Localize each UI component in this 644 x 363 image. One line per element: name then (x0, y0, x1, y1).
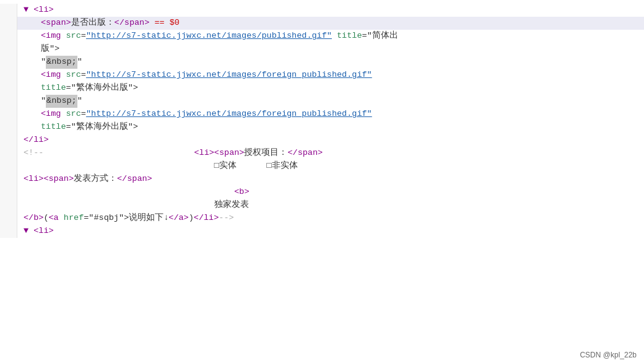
line-body: </li> (17, 134, 644, 147)
code-token: &nbsp; (46, 95, 77, 108)
line-body: "&nbsp;" (17, 56, 644, 69)
code-token: " (41, 95, 46, 108)
line-body: <li><span>发表方式：</span> (17, 173, 644, 186)
line-body: <b> (17, 186, 644, 199)
line-number (0, 82, 17, 95)
editor-container: ▼ <li><span>是否出版：</span> == $0<img src="… (0, 0, 644, 363)
code-token: <b> (234, 186, 249, 199)
code-token: "简体出 (367, 30, 398, 43)
code-token (61, 108, 66, 121)
code-line: ▼ <li> (0, 4, 644, 17)
code-line: ▼ <li> (0, 225, 644, 238)
code-token[interactable]: "http://s7-static.jjwxc.net/images/forei… (86, 108, 372, 121)
code-token: src (66, 69, 81, 82)
code-token: </span> (117, 173, 152, 186)
code-token (61, 69, 66, 82)
line-number (0, 95, 17, 108)
code-token (59, 212, 64, 225)
line-number (0, 43, 17, 56)
code-token: 授权项目： (244, 147, 287, 160)
code-token[interactable]: "http://s7-static.jjwxc.net/images/publi… (86, 30, 332, 43)
line-number (0, 212, 17, 225)
line-number (0, 4, 17, 17)
line-number (0, 160, 17, 173)
line-body: <img src="http://s7-static.jjwxc.net/ima… (17, 30, 644, 43)
code-token: ▼ <li> (24, 4, 54, 17)
code-line: <img src="http://s7-static.jjwxc.net/ima… (0, 108, 644, 121)
code-line: title="繁体海外出版"> (0, 82, 644, 95)
line-number (0, 225, 17, 238)
code-token: title (41, 121, 66, 134)
line-number (0, 134, 17, 147)
code-token: > (124, 212, 129, 225)
line-body: 独家发表 (17, 199, 644, 212)
code-line: "&nbsp;" (0, 56, 644, 69)
code-line: </li> (0, 134, 644, 147)
line-body: ▼ <li> (17, 4, 644, 17)
code-line: <b> (0, 186, 644, 199)
code-token: </span> (287, 147, 323, 160)
code-token[interactable]: "http://s7-static.jjwxc.net/images/forei… (86, 69, 372, 82)
code-token: &nbsp; (46, 56, 77, 69)
code-line: "&nbsp;" (0, 95, 644, 108)
line-body: <span>是否出版：</span> == $0 (17, 17, 644, 30)
line-number (0, 121, 17, 134)
code-token: = (84, 212, 89, 225)
line-number (0, 173, 17, 186)
code-line: 版"> (0, 43, 644, 56)
code-token: <li> (194, 147, 214, 160)
line-body: title="繁体海外出版"> (17, 121, 644, 134)
line-number (0, 30, 17, 43)
code-token: 说明如下↓ (129, 212, 168, 225)
code-line: <img src="http://s7-static.jjwxc.net/ima… (0, 30, 644, 43)
code-token: ▼ <li> (24, 225, 54, 238)
code-token: <li> (24, 173, 43, 186)
code-token: <a (49, 212, 59, 225)
code-token: □实体 □非实体 (24, 160, 298, 173)
code-token: <span> (43, 173, 74, 186)
code-token: ( (43, 212, 48, 225)
line-body: <!-- <li><span>授权项目：</span> (17, 147, 644, 160)
code-token: </b> (24, 212, 43, 225)
code-line: <span>是否出版：</span> == $0 (0, 17, 644, 30)
code-token: "#sqbj" (89, 212, 124, 225)
code-token: href (64, 212, 84, 225)
code-token: 是否出版： (71, 17, 115, 30)
code-token: = (66, 82, 71, 95)
line-body: "&nbsp;" (17, 95, 644, 108)
line-number (0, 199, 17, 212)
code-token: <!-- (24, 147, 194, 160)
code-line: 独家发表 (0, 199, 644, 212)
line-number (0, 69, 17, 82)
code-line: <img src="http://s7-static.jjwxc.net/ima… (0, 69, 644, 82)
code-token: </li> (194, 212, 219, 225)
code-token (332, 30, 337, 43)
code-token: " (77, 95, 82, 108)
code-token: = (81, 69, 86, 82)
line-body: </b>(<a href="#sqbj">说明如下↓</a>)</li>--> (17, 212, 644, 225)
line-number (0, 17, 17, 30)
line-body: □实体 □非实体 (17, 160, 644, 173)
code-token: "繁体海外出版"> (71, 82, 138, 95)
code-token: </span> (115, 17, 150, 30)
code-token: = (81, 108, 86, 121)
code-token: title (41, 82, 66, 95)
line-number (0, 108, 17, 121)
code-token: </li> (24, 134, 49, 147)
code-line: title="繁体海外出版"> (0, 121, 644, 134)
code-block: ▼ <li><span>是否出版：</span> == $0<img src="… (0, 0, 644, 242)
code-token: 独家发表 (24, 199, 249, 212)
code-line: □实体 □非实体 (0, 160, 644, 173)
code-token: " (77, 56, 82, 69)
code-token (61, 30, 66, 43)
line-number (0, 186, 17, 199)
code-token (165, 17, 170, 30)
code-token: <span> (41, 17, 71, 30)
code-token: src (66, 108, 81, 121)
code-line: <!-- <li><span>授权项目：</span> (0, 147, 644, 160)
code-line: <li><span>发表方式：</span> (0, 173, 644, 186)
line-body: title="繁体海外出版"> (17, 82, 644, 95)
line-body: <img src="http://s7-static.jjwxc.net/ima… (17, 69, 644, 82)
code-token: = (81, 30, 86, 43)
code-token: </a> (168, 212, 188, 225)
